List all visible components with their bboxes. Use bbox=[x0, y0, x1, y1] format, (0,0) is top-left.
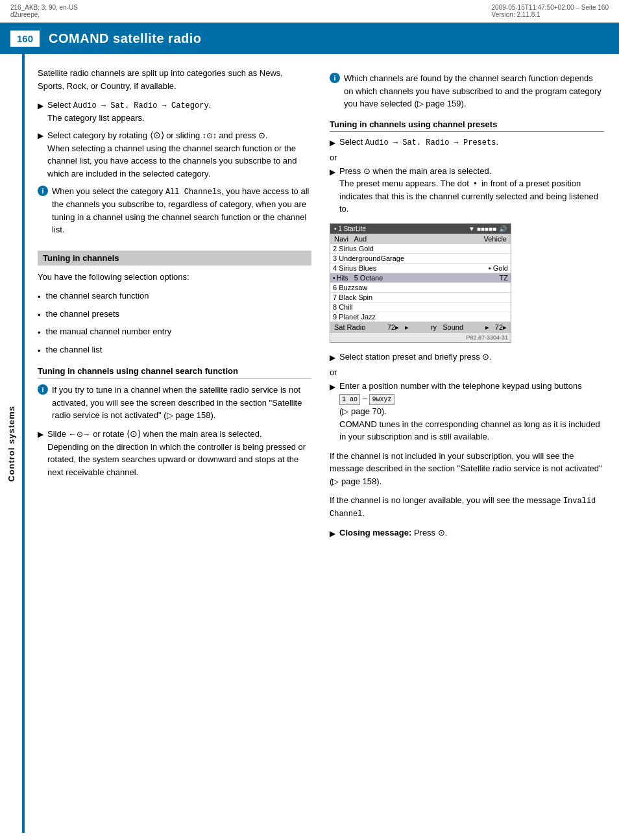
step-press-detail: The preset menu appears. The dot • in fr… bbox=[339, 179, 598, 214]
channel-caption: P82.87-3304-31 bbox=[330, 333, 511, 342]
option-1: • the channel search function bbox=[38, 290, 311, 304]
channel-num-2: 2 Sirius Gold bbox=[333, 245, 374, 253]
channel-row-5: • Hits 5 Octane TZ bbox=[330, 273, 511, 283]
step-slide-detail: Depending on the direction in which the … bbox=[47, 442, 306, 477]
closing-message: ▶ Closing message: Press ⊙. bbox=[330, 526, 603, 539]
channel-rows: 2 Sirius Gold 3 UndergroundGarage 4 Siri… bbox=[330, 244, 511, 322]
channel-num-6: 6 Buzzsaw bbox=[333, 284, 367, 291]
channel-row-7: 7 Black Spin bbox=[330, 293, 511, 303]
channel-header-selected: • 1 StarLite bbox=[334, 225, 366, 232]
channel-row-8: 8 Chill bbox=[330, 303, 511, 312]
info-box-channels: i Which channels are found by the channe… bbox=[330, 72, 603, 110]
option-3-text: the manual channel number entry bbox=[46, 325, 172, 338]
subsection-presets-heading: Tuning in channels using channel presets bbox=[330, 119, 603, 132]
arrow-icon3: ▶ bbox=[38, 428, 43, 440]
step-presets: ▶ Select Audio → Sat. Radio → Presets. bbox=[330, 136, 603, 149]
step-slide-content: Slide ←⊙→ or rotate ⟨⊙⟩ when the main ar… bbox=[47, 427, 311, 479]
main-layout: Control systems Satellite radio channels… bbox=[0, 54, 619, 833]
option-4: • the channel list bbox=[38, 343, 311, 358]
channel-row-4: 4 Sirius Blues • Gold bbox=[330, 264, 511, 273]
channel-header-status: ▼ ■■■■■ 🔊 bbox=[468, 225, 507, 232]
content-area: Satellite radio channels are split up in… bbox=[25, 54, 619, 833]
info-box-2: i If you try to tune in a channel when t… bbox=[38, 384, 311, 422]
step2-content: Select category by rotating ⟨⊙⟩ or slidi… bbox=[47, 129, 311, 180]
left-column: Satellite radio channels are split up in… bbox=[38, 67, 311, 820]
dot-3: • bbox=[38, 327, 41, 340]
page-header: 160 COMAND satellite radio bbox=[0, 23, 619, 54]
footer-sat-radio: Sat Radio bbox=[334, 323, 365, 331]
channel-list-display: • 1 StarLite ▼ ■■■■■ 🔊 Navi Aud Vehicle … bbox=[330, 223, 511, 343]
section-tuning-heading: Tuning in channels bbox=[38, 251, 311, 266]
channel-right-4: • Gold bbox=[489, 264, 508, 272]
option-2-text: the channel presets bbox=[46, 308, 119, 321]
page-number: 160 bbox=[10, 31, 40, 47]
closing-text: Closing message: Press ⊙. bbox=[339, 526, 447, 539]
sidebar-label: Control systems bbox=[6, 406, 16, 482]
signal-icon: ▼ ■■■■■ bbox=[468, 225, 496, 232]
channel-footer: Sat Radio 72▸ ▸ ry Sound ▸ 72▸ bbox=[330, 322, 511, 333]
step-press-content: Press ⊙ when the main area is selected. … bbox=[339, 165, 603, 216]
option-1-text: the channel search function bbox=[46, 290, 149, 303]
subsection-search-heading: Tuning in channels using channel search … bbox=[38, 366, 311, 378]
footer-72: 72▸ ▸ bbox=[387, 323, 409, 332]
arrow-icon6: ▶ bbox=[330, 352, 335, 364]
channel-header: • 1 StarLite ▼ ■■■■■ 🔊 bbox=[330, 224, 511, 234]
dot-2: • bbox=[38, 309, 41, 322]
arrow-icon5: ▶ bbox=[330, 166, 335, 178]
not-included-text: If the channel is not included in your s… bbox=[330, 450, 603, 488]
step-enter-content: Enter a position number with the telepho… bbox=[339, 380, 603, 443]
info-box-1: i When you select the category All Chann… bbox=[38, 185, 311, 236]
arrow-icon4: ▶ bbox=[330, 137, 335, 149]
arrow-icon7: ▶ bbox=[330, 381, 335, 393]
nav-right: Vehicle bbox=[484, 235, 507, 243]
channel-num-3: 3 UndergroundGarage bbox=[333, 254, 404, 262]
step1-after: The category list appears. bbox=[47, 113, 145, 123]
info-text-1: When you select the category All Channel… bbox=[52, 185, 311, 236]
step-enter-detail: COMAND tunes in the corresponding channe… bbox=[339, 419, 600, 442]
channel-row-6: 6 Buzzsaw bbox=[330, 283, 511, 293]
dot-1: • bbox=[38, 291, 41, 304]
page-title: COMAND satellite radio bbox=[49, 31, 201, 46]
step1: ▶ Select Audio → Sat. Radio → Category. … bbox=[38, 99, 311, 125]
step-enter-number: ▶ Enter a position number with the telep… bbox=[330, 380, 603, 443]
sidebar: Control systems bbox=[0, 54, 25, 833]
channel-num-4: 4 Sirius Blues bbox=[333, 264, 376, 272]
tuning-intro: You have the following selection options… bbox=[38, 271, 311, 284]
key2: 9wxyz bbox=[369, 394, 394, 405]
intro-text: Satellite radio channels are split up in… bbox=[38, 67, 311, 92]
option-4-text: the channel list bbox=[46, 343, 103, 356]
channel-row-3: 3 UndergroundGarage bbox=[330, 254, 511, 264]
footer-72b: ▸ 72▸ bbox=[485, 323, 507, 332]
info-icon-channels: i bbox=[330, 73, 340, 83]
right-column: i Which channels are found by the channe… bbox=[330, 67, 603, 820]
arrow-icon: ▶ bbox=[38, 100, 43, 112]
or-line-1: or bbox=[330, 153, 603, 162]
channel-right-5: TZ bbox=[500, 274, 508, 282]
nav-left: Navi Aud bbox=[334, 235, 367, 243]
step-press: ▶ Press ⊙ when the main area is selected… bbox=[330, 165, 603, 216]
top-bar-left: 216_AKB; 3; 90, en-USd2ureepe, bbox=[10, 4, 78, 18]
step2-detail: When selecting a channel using the chann… bbox=[47, 143, 297, 179]
step-slide: ▶ Slide ←⊙→ or rotate ⟨⊙⟩ when the main … bbox=[38, 427, 311, 479]
step1-content: Select Audio → Sat. Radio → Category. Th… bbox=[47, 99, 211, 125]
channel-row-9: 9 Planet Jazz bbox=[330, 312, 511, 322]
dot-4: • bbox=[38, 345, 41, 358]
or-line-2: or bbox=[330, 367, 603, 377]
step-presets-text: Select Audio → Sat. Radio → Presets. bbox=[339, 136, 498, 149]
info-text-2: If you try to tune in a channel when the… bbox=[52, 384, 311, 422]
channel-row-2: 2 Sirius Gold bbox=[330, 244, 511, 254]
channel-num-8: 8 Chill bbox=[333, 303, 353, 311]
info-icon-1: i bbox=[38, 186, 48, 196]
top-bar: 216_AKB; 3; 90, en-USd2ureepe, 2009-05-1… bbox=[0, 0, 619, 23]
channel-num-7: 7 Black Spin bbox=[333, 293, 372, 301]
channel-nav-bar: Navi Aud Vehicle bbox=[330, 234, 511, 244]
step-select-preset-text: Select station preset and briefly press … bbox=[339, 351, 492, 364]
audio-icon: 🔊 bbox=[499, 225, 507, 232]
key1: 1 ao bbox=[339, 394, 360, 405]
top-bar-right: 2009-05-15T11:47:50+02:00 – Seite 160Ver… bbox=[492, 4, 609, 18]
arrow-icon2: ▶ bbox=[38, 130, 43, 142]
option-2: • the channel presets bbox=[38, 308, 311, 322]
step-select-preset: ▶ Select station preset and briefly pres… bbox=[330, 351, 603, 364]
step2-text: Select category by rotating ⟨⊙⟩ or slidi… bbox=[47, 130, 268, 140]
arrow-icon8: ▶ bbox=[330, 528, 335, 539]
